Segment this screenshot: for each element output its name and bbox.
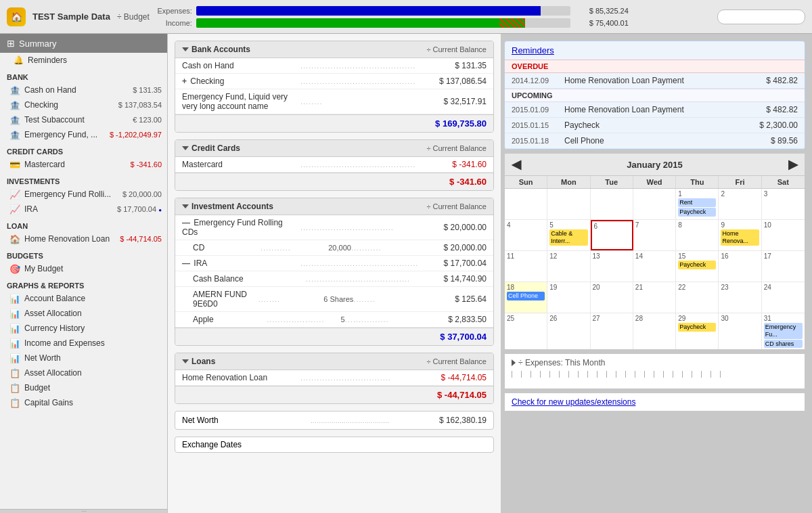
graph-icon-5: 📊: [9, 353, 20, 363]
table-row: Apple ..................... 5 ..........…: [175, 312, 493, 328]
invest-icon-2: 📈: [9, 204, 20, 215]
tick: [654, 371, 654, 378]
graph-icon-3: 📊: [9, 323, 20, 334]
table-row: Cash on Hand ...........................…: [175, 58, 493, 74]
overdue-reminder-row: 2014.12.09 Home Renovation Loan Payment …: [505, 73, 805, 89]
sidebar-resize-handle[interactable]: ⋯: [0, 509, 167, 513]
expenses-bar-track: [196, 6, 570, 16]
cal-cell-30[interactable]: 30: [719, 313, 761, 349]
expenses-bar-area: [512, 371, 798, 384]
cal-cell[interactable]: [505, 189, 547, 219]
calendar-header: ◀ January 2015 ▶: [504, 153, 805, 175]
tick: [692, 371, 692, 378]
cal-cell-11[interactable]: 11: [505, 251, 547, 282]
cal-cell-20[interactable]: 20: [591, 282, 633, 313]
search-input[interactable]: [717, 9, 805, 24]
expenses-label: Expenses:: [155, 7, 192, 15]
cal-cell-15[interactable]: 15 Paycheck: [676, 251, 719, 282]
cal-cell-23[interactable]: 23: [719, 282, 761, 313]
cal-cell-16[interactable]: 16: [719, 251, 761, 282]
sidebar-item-asset-allocation-report[interactable]: 📋 Asset Allocation: [0, 365, 167, 380]
cal-cell-24[interactable]: 24: [762, 282, 805, 313]
cal-cell-3[interactable]: 3: [762, 189, 805, 219]
cal-cell-6-today[interactable]: 6: [591, 220, 633, 250]
sidebar-item-asset-allocation[interactable]: 📊 Asset Allocation: [0, 306, 167, 321]
cal-cell-1[interactable]: 1 Rent Paycheck: [676, 189, 719, 219]
sidebar-item-summary[interactable]: ⊞ Summary: [0, 34, 167, 53]
sidebar: ⊞ Summary 🔔 Reminders BANK 🏦 Cash on Han…: [0, 34, 168, 513]
cal-cell-10[interactable]: 10: [762, 220, 805, 250]
sidebar-item-my-budget[interactable]: 🎯 My Budget: [0, 261, 167, 276]
table-row: Emergency Fund, Liquid very very long ac…: [175, 89, 493, 114]
cal-cell-18[interactable]: 18 Cell Phone: [505, 282, 547, 313]
expand-icon[interactable]: [512, 359, 516, 366]
updates-link[interactable]: Check for new updates/extensions: [512, 397, 635, 407]
sidebar-item-home-loan[interactable]: 🏠 Home Renovation Loan $ -44,714.05: [0, 231, 167, 246]
cal-cell-26[interactable]: 26: [547, 313, 590, 349]
sidebar-item-emergency-rolling[interactable]: 📈 Emergency Fund Rolli... $ 20,000.00: [0, 187, 167, 202]
calendar-week-3: 11 12 13 14 15 Paycheck: [505, 251, 805, 282]
sidebar-item-currency-history[interactable]: 📊 Currency History: [0, 321, 167, 336]
cal-cell-19[interactable]: 19: [547, 282, 590, 313]
cal-cell-21[interactable]: 21: [633, 282, 676, 313]
cal-cell-31[interactable]: 31 Emergency Fu... CD shares: [762, 313, 805, 349]
tick: [587, 371, 588, 378]
cal-cell-28[interactable]: 28: [633, 313, 676, 349]
sidebar-item-emergency-fund[interactable]: 🏦 Emergency Fund, ... $ -1,202,049.97: [0, 127, 167, 142]
tick: [673, 371, 673, 378]
cal-cell-27[interactable]: 27: [591, 313, 633, 349]
sidebar-item-mastercard[interactable]: 💳 Mastercard $ -341.60: [0, 157, 167, 172]
calendar-prev-button[interactable]: ◀: [512, 157, 521, 172]
bank-icon: 🏦: [9, 85, 20, 95]
cal-cell-25[interactable]: 25: [505, 313, 547, 349]
cal-cell-13[interactable]: 13: [591, 251, 633, 282]
sidebar-item-test-subaccount[interactable]: 🏦 Test Subaccount € 123.00: [0, 112, 167, 127]
table-row: Cash Balance ...........................…: [175, 271, 493, 287]
sidebar-item-ira[interactable]: 📈 IRA $ 17,700.04 ●: [0, 202, 167, 217]
cal-cell-8[interactable]: 8: [676, 220, 719, 250]
sidebar-item-checking[interactable]: 🏦 Checking $ 137,083.54: [0, 97, 167, 112]
collapse-icon-3[interactable]: [182, 204, 189, 208]
collapse-icon-2[interactable]: [182, 146, 189, 150]
table-row: CD ........... 20,000 ........... $ 20,0…: [175, 240, 493, 256]
expenses-title: ÷ Expenses: This Month: [512, 358, 798, 367]
cal-cell-2[interactable]: 2: [719, 189, 761, 219]
credit-cards-section: Credit Cards ÷ Current Balance Mastercar…: [175, 139, 494, 191]
cal-cell-14[interactable]: 14: [633, 251, 676, 282]
reminders-title[interactable]: Reminders: [505, 41, 805, 60]
cal-cell-22[interactable]: 22: [676, 282, 719, 313]
cal-cell-12[interactable]: 12: [547, 251, 590, 282]
sidebar-item-budget-report[interactable]: 📋 Budget: [0, 380, 167, 395]
sidebar-item-cash-on-hand[interactable]: 🏦 Cash on Hand $ 131.35: [0, 83, 167, 97]
budget-label: ÷ Budget: [117, 12, 150, 22]
cal-cell-17[interactable]: 17: [762, 251, 805, 282]
cal-cell[interactable]: [591, 189, 633, 219]
sidebar-item-income-expenses[interactable]: 📊 Income and Expenses: [0, 336, 167, 351]
cal-cell[interactable]: [547, 189, 590, 219]
table-row: — Emergency Fund Rolling CDs ...........…: [175, 215, 493, 240]
collapse-icon-4[interactable]: [182, 359, 189, 363]
calendar-next-button[interactable]: ▶: [788, 157, 798, 172]
income-bar-row: Income: $ 75,400.01: [155, 18, 629, 28]
cal-event: Home Renova...: [721, 229, 759, 246]
cal-cell-29[interactable]: 29 Paycheck: [676, 313, 719, 349]
cal-cell-4[interactable]: 4: [505, 220, 547, 250]
sidebar-item-account-balance[interactable]: 📊 Account Balance: [0, 291, 167, 306]
tick: [521, 371, 522, 378]
app-icon: 🏠: [7, 7, 26, 26]
sidebar-budgets-header: BUDGETS: [0, 246, 167, 261]
cal-cell-7[interactable]: 7: [633, 220, 676, 250]
tick: [720, 371, 721, 378]
sidebar-item-net-worth[interactable]: 📊 Net Worth: [0, 351, 167, 365]
collapse-icon[interactable]: [182, 47, 189, 51]
day-header-mon: Mon: [547, 176, 590, 188]
income-bar-track: [196, 18, 570, 28]
report-icon-1: 📋: [9, 367, 20, 378]
cal-cell-5[interactable]: 5 Cable & Interr...: [547, 220, 590, 250]
day-header-fri: Fri: [719, 176, 761, 188]
loans-header: Loans ÷ Current Balance: [175, 353, 493, 370]
cal-cell[interactable]: [633, 189, 676, 219]
sidebar-item-capital-gains[interactable]: 📋 Capital Gains: [0, 395, 167, 410]
sidebar-item-reminders[interactable]: 🔔 Reminders: [0, 53, 167, 68]
cal-cell-9[interactable]: 9 Home Renova...: [719, 220, 761, 250]
